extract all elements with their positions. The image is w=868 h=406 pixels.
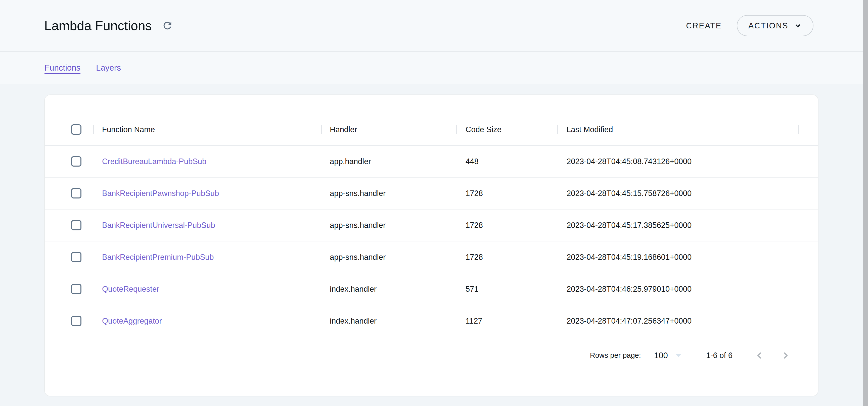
row-checkbox[interactable]: [71, 188, 82, 199]
row-checkbox[interactable]: [71, 316, 82, 326]
refresh-icon: [162, 20, 173, 31]
function-name-link[interactable]: CreditBureauLambda-PubSub: [102, 157, 206, 166]
handler-value: app-sns.handler: [330, 189, 385, 198]
last-modified-value: 2023-04-28T04:46:25.979010+0000: [567, 285, 691, 294]
handler-value: app-sns.handler: [330, 221, 385, 230]
last-modified-value: 2023-04-28T04:45:19.168601+0000: [567, 253, 691, 262]
vertical-scrollbar[interactable]: [863, 0, 868, 406]
handler-value: app-sns.handler: [330, 253, 385, 262]
column-header-handler: Handler: [330, 125, 357, 134]
table-row: CreditBureauLambda-PubSub app.handler 44…: [45, 146, 818, 178]
table-row: BankRecipientUniversal-PubSub app-sns.ha…: [45, 209, 818, 241]
function-name-link[interactable]: BankRecipientUniversal-PubSub: [102, 221, 215, 230]
function-name-link[interactable]: QuoteAggregator: [102, 316, 162, 326]
functions-table-card: Function Name Handler Code Size Last Mod…: [44, 95, 818, 397]
page-title: Lambda Functions: [44, 18, 152, 33]
table-body: CreditBureauLambda-PubSub app.handler 44…: [45, 146, 818, 337]
tab-functions[interactable]: Functions: [44, 63, 81, 73]
last-modified-value: 2023-04-28T04:45:15.758726+0000: [567, 189, 691, 198]
row-checkbox[interactable]: [71, 156, 82, 167]
code-size-value: 1127: [466, 316, 483, 326]
pagination-bar: Rows per page: 100 1-6 of 6: [45, 337, 818, 374]
row-checkbox[interactable]: [71, 220, 82, 230]
actions-button[interactable]: ACTIONS: [737, 15, 813, 36]
chevron-down-icon: [794, 22, 802, 30]
handler-value: index.handler: [330, 316, 377, 326]
select-caret-icon: [676, 354, 681, 357]
function-name-link[interactable]: BankRecipientPremium-PubSub: [102, 253, 214, 262]
function-name-link[interactable]: QuoteRequester: [102, 285, 159, 294]
last-modified-value: 2023-04-28T04:45:17.385625+0000: [567, 221, 691, 230]
chevron-right-icon: [781, 351, 790, 360]
code-size-value: 571: [466, 285, 478, 294]
tabs-bar: Functions Layers: [0, 52, 868, 84]
table-header-row: Function Name Handler Code Size Last Mod…: [45, 114, 818, 146]
rows-per-page-value: 100: [654, 351, 668, 360]
select-all-checkbox[interactable]: [71, 124, 82, 135]
tab-layers[interactable]: Layers: [96, 63, 121, 73]
column-header-last-modified: Last Modified: [567, 125, 613, 134]
row-checkbox[interactable]: [71, 252, 82, 262]
handler-value: index.handler: [330, 285, 377, 294]
table-row: QuoteRequester index.handler 571 2023-04…: [45, 273, 818, 305]
last-modified-value: 2023-04-28T04:45:08.743126+0000: [567, 157, 691, 166]
page-header: Lambda Functions CREATE ACTIONS: [0, 0, 868, 52]
chevron-left-icon: [755, 351, 764, 360]
create-button[interactable]: CREATE: [686, 21, 722, 30]
main-content: Function Name Handler Code Size Last Mod…: [0, 84, 868, 397]
table-row: QuoteAggregator index.handler 1127 2023-…: [45, 305, 818, 337]
last-modified-value: 2023-04-28T04:47:07.256347+0000: [567, 316, 691, 326]
functions-table: Function Name Handler Code Size Last Mod…: [45, 114, 818, 374]
handler-value: app.handler: [330, 157, 371, 166]
previous-page-button[interactable]: [755, 351, 764, 360]
column-header-function-name: Function Name: [102, 125, 155, 134]
actions-button-label: ACTIONS: [748, 21, 788, 30]
rows-per-page-select[interactable]: 100: [654, 351, 681, 360]
code-size-value: 448: [466, 157, 478, 166]
column-header-code-size: Code Size: [466, 125, 501, 134]
pagination-range-label: 1-6 of 6: [706, 351, 733, 360]
rows-per-page-label: Rows per page:: [590, 351, 641, 360]
code-size-value: 1728: [466, 253, 483, 262]
table-row: BankRecipientPremium-PubSub app-sns.hand…: [45, 241, 818, 273]
code-size-value: 1728: [466, 221, 483, 230]
table-row: BankRecipientPawnshop-PubSub app-sns.han…: [45, 178, 818, 209]
row-checkbox[interactable]: [71, 284, 82, 294]
refresh-button[interactable]: [161, 20, 174, 32]
function-name-link[interactable]: BankRecipientPawnshop-PubSub: [102, 189, 219, 198]
next-page-button[interactable]: [781, 351, 790, 360]
code-size-value: 1728: [466, 189, 483, 198]
